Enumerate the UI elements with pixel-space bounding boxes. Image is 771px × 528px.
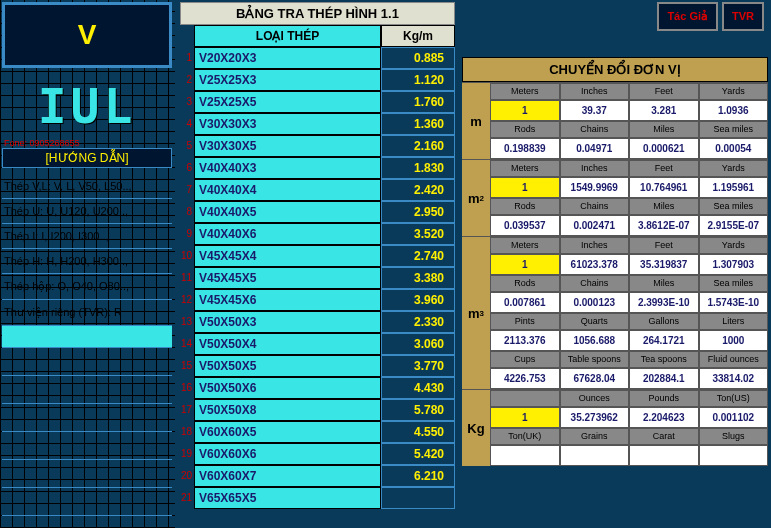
steel-name[interactable]: V40X40X4 [194, 179, 381, 201]
steel-type-symbol: V [2, 2, 172, 68]
steel-name[interactable]: V60X60X5 [194, 421, 381, 443]
row-index: 9 [180, 223, 194, 245]
conv-value[interactable]: 1 [490, 177, 560, 198]
steel-name[interactable]: V65X65X5 [194, 487, 381, 509]
unit-label: m [462, 83, 490, 159]
conv-value: 0.198839 [490, 138, 560, 159]
conv-header: Meters [490, 83, 560, 100]
grid-cell [2, 460, 172, 488]
steel-name[interactable]: V40X40X5 [194, 201, 381, 223]
unit-label: Kg [462, 390, 490, 466]
steel-weight: 0.885 [381, 47, 455, 69]
steel-name[interactable]: V45X45X4 [194, 245, 381, 267]
author-button[interactable]: Tác Giả [657, 2, 718, 31]
conv-value: 1.0936 [699, 100, 769, 121]
conv-header: Grains [560, 428, 630, 445]
conv-header: Sea miles [699, 121, 769, 138]
conv-value [560, 445, 630, 466]
conv-value: 0.007861 [490, 292, 560, 313]
conv-header: Ton(US) [699, 390, 769, 407]
guide-button[interactable]: [HƯỚNG DẪN] [2, 148, 172, 168]
conv-header: Quarts [560, 313, 630, 330]
conv-header: Inches [560, 237, 630, 254]
row-index: 14 [180, 333, 194, 355]
conv-header: Rods [490, 198, 560, 215]
steel-name[interactable]: V45X45X6 [194, 289, 381, 311]
nav-item-5[interactable]: Thư viện riêng (TVR): R [2, 300, 172, 326]
nav-item-1[interactable]: Thép U: U, U120, U200.., [2, 199, 172, 224]
conv-value[interactable]: 1 [490, 254, 560, 275]
col-header-weight: Kg/m [381, 25, 455, 47]
steel-name[interactable]: V20X20X3 [194, 47, 381, 69]
conv-value: 2.9155E-07 [699, 215, 769, 236]
conv-header: Fluid ounces [699, 351, 769, 368]
conv-header: Slugs [699, 428, 769, 445]
conv-value: 4226.753 [490, 368, 560, 389]
steel-weight: 2.330 [381, 311, 455, 333]
nav-item-0[interactable]: Thép V,L: V, L, V50, L50.., [2, 174, 172, 199]
conv-value: 1549.9969 [560, 177, 630, 198]
steel-name[interactable]: V50X50X5 [194, 355, 381, 377]
conv-header: Liters [699, 313, 769, 330]
conv-value: 1000 [699, 330, 769, 351]
steel-name[interactable]: V45X45X5 [194, 267, 381, 289]
row-index: 3 [180, 91, 194, 113]
row-index: 10 [180, 245, 194, 267]
row-index: 8 [180, 201, 194, 223]
steel-name[interactable]: V40X40X6 [194, 223, 381, 245]
steel-weight: 3.380 [381, 267, 455, 289]
conv-value: 0.039537 [490, 215, 560, 236]
steel-weight: 4.550 [381, 421, 455, 443]
conv-value: 2113.376 [490, 330, 560, 351]
conv-value[interactable]: 1 [490, 100, 560, 121]
nav-item-2[interactable]: Thép I: I, I200, I300.., [2, 224, 172, 249]
steel-weight: 1.360 [381, 113, 455, 135]
nav-blank[interactable] [2, 326, 172, 348]
conv-header: Meters [490, 160, 560, 177]
steel-weight: 2.950 [381, 201, 455, 223]
row-index: 7 [180, 179, 194, 201]
steel-name[interactable]: V60X60X7 [194, 465, 381, 487]
tvr-button[interactable]: TVR [722, 2, 764, 31]
conv-value: 0.002471 [560, 215, 630, 236]
steel-weight: 3.060 [381, 333, 455, 355]
grid-cell [2, 348, 172, 376]
conv-value: 1.5743E-10 [699, 292, 769, 313]
conv-header: Pounds [629, 390, 699, 407]
steel-name[interactable]: V25X25X5 [194, 91, 381, 113]
steel-weight: 4.430 [381, 377, 455, 399]
conv-header: Feet [629, 83, 699, 100]
steel-name[interactable]: V30X30X5 [194, 135, 381, 157]
conv-value: 1.195961 [699, 177, 769, 198]
conv-value: 3.8612E-07 [629, 215, 699, 236]
conv-header: Ton(UK) [490, 428, 560, 445]
steel-name[interactable]: V50X50X6 [194, 377, 381, 399]
conv-header: Inches [560, 160, 630, 177]
unit-label: m3 [462, 237, 490, 389]
steel-name[interactable]: V25X25X3 [194, 69, 381, 91]
nav-item-3[interactable]: Thép H: H, H200, H300.., [2, 249, 172, 274]
steel-weight: 3.520 [381, 223, 455, 245]
steel-weight: 5.780 [381, 399, 455, 421]
row-index: 6 [180, 157, 194, 179]
conv-value: 67628.04 [560, 368, 630, 389]
steel-weight: 1.760 [381, 91, 455, 113]
steel-name[interactable]: V30X30X3 [194, 113, 381, 135]
conv-value: 10.764961 [629, 177, 699, 198]
conv-value[interactable]: 1 [490, 407, 560, 428]
row-index: 20 [180, 465, 194, 487]
steel-name[interactable]: V50X50X8 [194, 399, 381, 421]
conv-value: 2.3993E-10 [629, 292, 699, 313]
conv-value [699, 445, 769, 466]
steel-name[interactable]: V50X50X4 [194, 333, 381, 355]
steel-name[interactable]: V40X40X3 [194, 157, 381, 179]
conv-header: Rods [490, 275, 560, 292]
steel-name[interactable]: V60X60X6 [194, 443, 381, 465]
steel-name[interactable]: V50X50X3 [194, 311, 381, 333]
steel-weight: 6.210 [381, 465, 455, 487]
conv-header: Chains [560, 198, 630, 215]
conv-value: 3.281 [629, 100, 699, 121]
nav-item-4[interactable]: Thép hộp: O, O40, O80.., [2, 274, 172, 300]
conv-value: 0.04971 [560, 138, 630, 159]
steel-weight: 2.160 [381, 135, 455, 157]
